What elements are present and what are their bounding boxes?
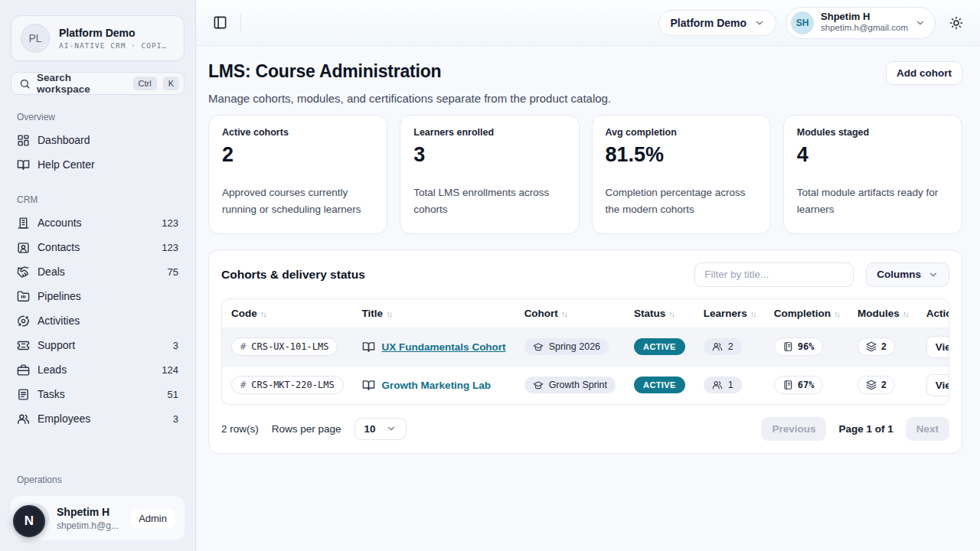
cohorts-table-card: Cohorts & delivery status Columns Code↑↓… [208, 249, 962, 454]
column-header-status[interactable]: Status↑↓ [625, 299, 694, 328]
sidebar-item-label: Pipelines [38, 290, 171, 302]
sidebar-item-label: Activities [38, 315, 171, 327]
status-badge: ACTIVE [634, 377, 685, 393]
chevron-down-icon [386, 423, 397, 434]
sidebar-item-leads[interactable]: Leads 124 [9, 358, 186, 381]
sidebar-toggle-button[interactable] [208, 11, 231, 34]
workspace-switcher-label: Platform Demo [670, 17, 746, 29]
search-icon [19, 78, 31, 90]
contact-card-icon [17, 241, 30, 254]
floating-widget-button[interactable]: N [13, 505, 45, 537]
workspace-subtitle: AI-NATIVE CRM · COPI… [59, 41, 167, 50]
table-row[interactable]: #CRS-MKT-220-LMS Growth Marketing Lab Gr… [222, 366, 949, 404]
kbd-k: K [163, 77, 179, 90]
sidebar-item-label: Help Center [38, 158, 178, 171]
columns-button[interactable]: Columns [866, 262, 949, 287]
topbar: Platform Demo SH Shpetim H shpetim.h@gma… [196, 0, 980, 46]
next-page-button[interactable]: Next [906, 417, 949, 441]
notebook-icon [782, 341, 793, 352]
sidebar-item-activities[interactable]: Activities [9, 309, 186, 332]
book-open-icon [362, 341, 375, 354]
book-open-icon [362, 379, 375, 392]
workspace-card[interactable]: PL Platform Demo AI-NATIVE CRM · COPI… [11, 15, 185, 61]
learners-badge: 2 [704, 338, 742, 355]
sidebar-item-employees[interactable]: Employees 3 [9, 407, 186, 430]
modules-badge: 2 [858, 337, 895, 356]
column-header-code[interactable]: Code↑↓ [222, 299, 353, 328]
stat-description: Total LMS enrollments across cohorts [413, 184, 565, 219]
sidebar-item-help-center[interactable]: Help Center [9, 153, 186, 176]
sort-icon: ↑↓ [260, 309, 266, 318]
sort-icon: ↑↓ [561, 309, 567, 318]
sidebar-item-count: 51 [168, 389, 178, 400]
workspace-switcher[interactable]: Platform Demo [658, 10, 776, 36]
course-code-badge: #CRS-UX-101-LMS [231, 337, 338, 356]
sidebar-item-dashboard[interactable]: Dashboard [9, 129, 186, 152]
stat-label: Active cohorts [222, 127, 374, 138]
folder-icon [17, 290, 30, 303]
rows-per-page-select[interactable]: 10 [354, 418, 407, 440]
section-label-operations: Operations [17, 474, 178, 485]
course-code-badge: #CRS-MKT-220-LMS [231, 376, 344, 394]
add-cohort-button[interactable]: Add cohort [886, 61, 962, 85]
column-header-modules[interactable]: Modules↑↓ [848, 299, 917, 328]
page-subtitle: Manage cohorts, modules, and certificati… [208, 92, 962, 105]
course-title-link[interactable]: UX Fundamentals Cohort [382, 341, 506, 353]
chevron-down-icon [928, 269, 939, 280]
sidebar-item-tasks[interactable]: Tasks 51 [9, 383, 186, 406]
sidebar-item-pipelines[interactable]: Pipelines [9, 285, 186, 308]
user-menu[interactable]: SH Shpetim H shpetim.h@gmail.com [786, 7, 936, 39]
sidebar-item-contacts[interactable]: Contacts 123 [9, 236, 186, 259]
completion-badge: 96% [774, 337, 823, 356]
sidebar-item-support[interactable]: Support 3 [9, 334, 186, 357]
sidebar-item-label: Dashboard [38, 134, 178, 146]
previous-page-button[interactable]: Previous [761, 417, 826, 441]
status-badge: ACTIVE [634, 338, 685, 355]
sort-icon: ↑↓ [750, 309, 756, 318]
completion-badge: 67% [774, 376, 823, 394]
filter-input[interactable] [694, 262, 854, 287]
workspace-avatar: PL [21, 24, 50, 53]
stat-description: Completion percentage across the modern … [606, 184, 757, 219]
users-icon [712, 341, 723, 352]
main-area: Platform Demo SH Shpetim H shpetim.h@gma… [196, 0, 980, 551]
sidebar-item-count: 3 [173, 340, 178, 351]
column-header-learners[interactable]: Learners↑↓ [694, 299, 765, 328]
stat-label: Modules staged [797, 127, 949, 138]
hash-icon: # [240, 341, 246, 352]
stat-label: Learners enrolled [413, 127, 565, 138]
building-icon [17, 217, 30, 230]
theme-toggle-button[interactable] [945, 11, 968, 34]
hash-icon: # [240, 380, 246, 390]
layers-icon [866, 380, 877, 390]
stat-value: 81.5% [606, 143, 757, 167]
briefcase-icon [17, 364, 30, 377]
search-placeholder: Search workspace [37, 72, 127, 95]
modules-badge: 2 [858, 376, 895, 394]
handshake-icon [17, 266, 30, 279]
sidebar-item-label: Accounts [38, 217, 154, 229]
sidebar-item-label: Employees [38, 412, 165, 425]
column-header-title[interactable]: Title↑↓ [353, 299, 515, 328]
panel-left-icon [213, 15, 227, 30]
stat-value: 3 [413, 143, 565, 167]
course-title-link[interactable]: Growth Marketing Lab [382, 380, 492, 391]
page-title: LMS: Course Administration [208, 61, 441, 82]
view-button[interactable]: View [926, 336, 949, 358]
sidebar-item-accounts[interactable]: Accounts 123 [9, 211, 186, 234]
section-label-crm: CRM [17, 194, 178, 205]
file-text-icon [17, 388, 30, 401]
column-header-cohort[interactable]: Cohort↑↓ [515, 299, 625, 328]
chevron-down-icon [915, 18, 926, 28]
sidebar-item-label: Deals [38, 266, 160, 278]
view-button[interactable]: View [926, 374, 949, 396]
users-icon [17, 412, 30, 425]
role-badge: Admin [130, 509, 175, 528]
user-email: shpetim.h@gmail.com [821, 23, 908, 33]
table-row[interactable]: #CRS-UX-101-LMS UX Fundamentals Cohort S… [222, 328, 949, 366]
column-header-completion[interactable]: Completion↑↓ [765, 299, 848, 328]
sidebar-item-count: 123 [162, 242, 178, 253]
search-input[interactable]: Search workspace Ctrl K [11, 72, 185, 95]
sidebar-item-deals[interactable]: Deals 75 [9, 260, 186, 283]
stat-description: Total module artifacts ready for learner… [797, 184, 949, 219]
